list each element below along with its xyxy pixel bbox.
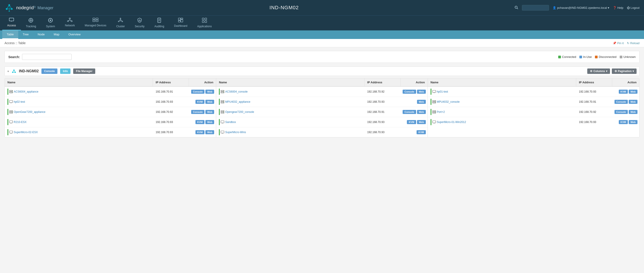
nav-access-label: Access — [7, 24, 16, 27]
svg-line-36 — [121, 21, 122, 21]
nav-item-access[interactable]: Access — [2, 16, 21, 30]
device-name-link[interactable]: SuperMicro-01-Win2012 — [437, 120, 466, 124]
header-search-input[interactable] — [522, 5, 549, 10]
security-icon — [138, 18, 142, 24]
inuse-label: In-Use — [583, 55, 592, 58]
device-name-link[interactable]: MPU4032_console — [437, 100, 460, 104]
device-name-link[interactable]: hp02-test — [14, 100, 25, 104]
table-row: hp01-test 192.168.70.93 KVMWeb — [428, 87, 639, 97]
action-console-button[interactable]: Console — [614, 100, 628, 104]
device-name-link[interactable]: Sandbox — [225, 120, 236, 124]
nav-item-tracking[interactable]: Tracking — [21, 16, 41, 30]
action-web-button[interactable]: Web — [205, 120, 214, 124]
row-action-cell: KVMWeb — [189, 118, 216, 126]
console-button[interactable]: Console — [42, 68, 58, 74]
info-button[interactable]: Info — [60, 68, 70, 74]
action-web-button[interactable]: Web — [417, 100, 426, 104]
action-kvm-button[interactable]: KVM — [196, 100, 204, 104]
logout-link[interactable]: ⏻ Logout — [627, 6, 640, 10]
device-name-link[interactable]: R210-ESX — [14, 120, 26, 124]
device-name-link[interactable]: ACS6004_appliance — [14, 90, 38, 93]
device-header-left: ▾ IND-NGM02 Console Info File Manager — [8, 68, 95, 74]
nav-item-security[interactable]: Security — [130, 16, 149, 30]
row-name-cell: Opengear7200_console — [216, 107, 364, 117]
sub-nav-tree[interactable]: Tree — [18, 30, 33, 39]
server-device-icon — [221, 90, 224, 93]
columns-button[interactable]: ⚙ Columns ▾ — [587, 68, 610, 74]
col3-name-header: Name — [428, 78, 576, 86]
row-action-cell: KVM — [400, 128, 428, 136]
svg-rect-44 — [181, 18, 183, 19]
monitor-device-icon — [9, 131, 13, 134]
action-kvm-button[interactable]: KVM — [619, 120, 628, 124]
sub-nav-overview[interactable]: Overview — [64, 30, 85, 39]
svg-rect-49 — [202, 21, 204, 22]
row-action-cell: ConsoleWeb — [612, 108, 639, 116]
action-web-button[interactable]: Web — [205, 90, 214, 94]
table-col1-rows: ACS6004_appliance 192.168.70.91 ConsoleW… — [5, 87, 216, 137]
svg-rect-103 — [432, 121, 436, 123]
device-name-link[interactable]: SuperMicro-Wins — [225, 131, 246, 134]
action-web-button[interactable]: Web — [205, 100, 214, 104]
device-name-link[interactable]: hp01-test — [437, 90, 448, 93]
action-web-button[interactable]: Web — [629, 110, 638, 114]
nav-item-auditing[interactable]: Auditing — [150, 16, 169, 30]
action-kvm-button[interactable]: KVM — [196, 130, 204, 134]
pagination-button[interactable]: ⚙ Pagination ▾ — [612, 68, 636, 74]
action-console-button[interactable]: Console — [191, 90, 204, 94]
action-console-button[interactable]: Console — [402, 90, 416, 94]
nav-item-managed-devices[interactable]: Managed Devices — [80, 16, 111, 30]
action-web-button[interactable]: Web — [417, 110, 426, 114]
tracking-icon — [28, 18, 33, 24]
action-console-button[interactable]: Console — [614, 110, 628, 114]
device-name-link[interactable]: ACS6004_console — [225, 90, 248, 93]
nav-item-dashboard[interactable]: Dashboard — [169, 16, 192, 30]
sub-nav-node[interactable]: Node — [33, 30, 49, 39]
action-web-button[interactable]: Web — [205, 110, 214, 114]
nav-item-network[interactable]: Network — [60, 16, 80, 30]
device-name-link[interactable]: OpenGear7200_appliance — [14, 110, 46, 114]
svg-rect-48 — [205, 18, 207, 20]
pin-button[interactable]: 📌 Pin it — [613, 42, 624, 45]
action-web-button[interactable]: Web — [417, 90, 426, 94]
action-web-button[interactable]: Web — [417, 120, 426, 124]
gear2-icon: ⚙ — [614, 70, 617, 73]
reload-button[interactable]: ↻ Reload — [627, 42, 640, 45]
col2-name-header: Name — [216, 78, 364, 86]
file-manager-button[interactable]: File Manager — [73, 68, 95, 74]
row-action-cell: KVMWeb — [612, 118, 639, 126]
action-console-button[interactable]: Console — [191, 110, 204, 114]
logo-text-group: nodegrid® Manager — [16, 5, 53, 10]
sub-nav-map[interactable]: Map — [49, 30, 64, 39]
nav-item-applications[interactable]: Applications — [192, 16, 217, 30]
svg-line-37 — [119, 21, 120, 21]
collapse-icon[interactable]: ▾ — [8, 70, 9, 73]
device-name-link[interactable]: MPU4032_appliance — [225, 100, 250, 104]
action-web-button[interactable]: Web — [629, 100, 638, 104]
nav-item-cluster[interactable]: Cluster — [111, 16, 130, 30]
row-ip-cell: 192.168.70.93 — [364, 98, 400, 105]
help-link[interactable]: ❓ Help — [613, 6, 623, 10]
action-web-button[interactable]: Web — [629, 120, 638, 124]
action-kvm-button[interactable]: KVM — [416, 130, 426, 134]
action-web-button[interactable]: Web — [205, 130, 214, 134]
device-name-link[interactable]: Port+2 — [437, 110, 445, 114]
nav-security-label: Security — [135, 25, 144, 28]
action-console-button[interactable]: Console — [402, 110, 416, 114]
search-input[interactable] — [22, 54, 72, 60]
search-icon[interactable] — [515, 6, 518, 10]
action-kvm-button[interactable]: KVM — [407, 120, 416, 124]
user-menu[interactable]: 👤 pchavan@IND-NGM02.zpedemo.local ▾ — [552, 6, 609, 10]
status-indicator — [430, 119, 432, 125]
sub-nav-table[interactable]: Table — [2, 30, 18, 39]
table-column-3: Name IP Address Action hp01-test 192.168… — [428, 78, 639, 137]
nav-item-system[interactable]: System — [41, 16, 60, 30]
action-web-button[interactable]: Web — [629, 90, 638, 94]
action-kvm-button[interactable]: KVM — [619, 90, 628, 94]
device-name-link[interactable]: Opengear7200_console — [225, 110, 254, 114]
action-kvm-button[interactable]: KVM — [196, 120, 204, 124]
main-nav: Access Tracking System Network Managed D… — [0, 15, 644, 30]
col3-ip-header: IP Address — [576, 78, 612, 86]
table-row: SuperMicro-01-Win2012 192.168.70.93 KVMW… — [428, 117, 639, 127]
device-name-link[interactable]: SuperMicro-02-ESX — [14, 131, 38, 134]
